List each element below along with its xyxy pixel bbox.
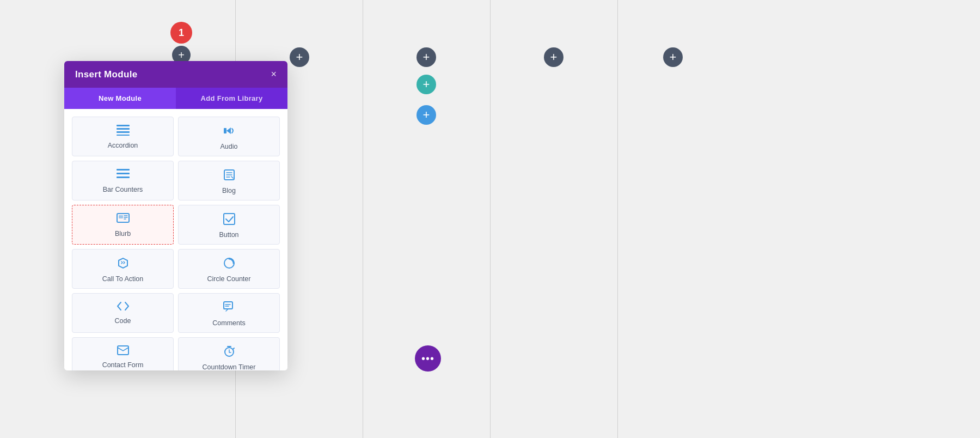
module-list: Accordion Audio Bar Counte <box>64 109 287 370</box>
module-item-contact-form[interactable]: Contact Form <box>72 337 174 370</box>
step-badge: 1 <box>170 22 192 44</box>
button-icon <box>223 213 235 227</box>
svg-rect-15 <box>118 346 128 355</box>
tab-new-module[interactable]: New Module <box>64 88 176 109</box>
countdown-timer-label: Countdown Timer <box>203 363 256 370</box>
svg-rect-1 <box>117 128 130 130</box>
module-item-blog[interactable]: Blog <box>178 161 280 200</box>
svg-rect-0 <box>117 125 130 126</box>
contact-form-label: Contact Form <box>102 361 144 369</box>
add-module-btn-1[interactable]: + <box>290 47 309 67</box>
accordion-icon <box>117 125 130 137</box>
add-module-btn-2[interactable]: + <box>416 47 436 67</box>
module-item-audio[interactable]: Audio <box>178 117 280 156</box>
add-module-btn-3[interactable]: + <box>544 47 564 67</box>
module-item-countdown-timer[interactable]: Countdown Timer <box>178 337 280 370</box>
code-label: Code <box>115 317 131 325</box>
call-to-action-label: Call To Action <box>102 275 144 283</box>
modal-title: Insert Module <box>75 69 137 80</box>
audio-label: Audio <box>220 143 238 150</box>
contact-form-icon <box>117 345 129 357</box>
bar-counters-icon <box>117 169 130 181</box>
code-icon <box>117 301 130 313</box>
svg-rect-7 <box>117 173 130 174</box>
bar-counters-label: Bar Counters <box>103 186 143 193</box>
module-item-bar-counters[interactable]: Bar Counters <box>72 161 174 200</box>
modal-tabs: New Module Add From Library <box>64 88 287 109</box>
call-to-action-icon <box>117 257 129 271</box>
module-item-accordion[interactable]: Accordion <box>72 117 174 156</box>
svg-rect-3 <box>117 135 130 136</box>
module-item-code[interactable]: Code <box>72 293 174 333</box>
countdown-timer-icon <box>223 345 235 359</box>
modal-close-button[interactable]: × <box>271 69 277 80</box>
comments-label: Comments <box>212 319 245 327</box>
blurb-icon <box>117 213 130 226</box>
svg-marker-5 <box>226 127 231 134</box>
button-label: Button <box>219 231 238 239</box>
audio-icon <box>223 125 235 138</box>
module-item-blurb[interactable]: Blurb <box>72 205 174 245</box>
module-item-button[interactable]: Button <box>178 205 280 245</box>
module-item-call-to-action[interactable]: Call To Action <box>72 249 174 289</box>
circle-counter-label: Circle Counter <box>207 275 251 283</box>
svg-rect-6 <box>117 169 130 171</box>
svg-rect-4 <box>224 128 226 133</box>
svg-rect-2 <box>117 131 130 133</box>
module-item-circle-counter[interactable]: Circle Counter <box>178 249 280 289</box>
blog-label: Blog <box>222 187 236 194</box>
blog-icon <box>223 169 235 182</box>
add-column-teal-btn[interactable]: + <box>416 75 436 94</box>
modal-header: Insert Module × <box>64 61 287 88</box>
tab-add-from-library[interactable]: Add From Library <box>176 88 287 109</box>
module-item-comments[interactable]: Comments <box>178 293 280 333</box>
svg-rect-8 <box>117 177 130 178</box>
svg-rect-14 <box>224 302 232 309</box>
add-row-blue-btn[interactable]: + <box>416 105 436 125</box>
circle-counter-icon <box>223 257 235 271</box>
three-dot-menu-button[interactable]: ••• <box>415 345 441 372</box>
insert-module-modal: Insert Module × New Module Add From Libr… <box>64 61 287 370</box>
accordion-label: Accordion <box>108 142 138 149</box>
comments-icon <box>223 301 235 315</box>
blurb-label: Blurb <box>115 230 131 238</box>
add-module-btn-4[interactable]: + <box>663 47 683 67</box>
svg-rect-11 <box>119 215 123 218</box>
